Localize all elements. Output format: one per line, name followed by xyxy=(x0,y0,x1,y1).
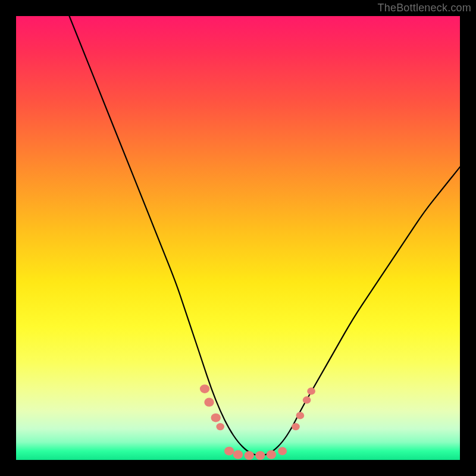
curve-marker xyxy=(204,398,214,407)
curve-marker xyxy=(233,450,243,459)
attribution-text: TheBottleneck.com xyxy=(378,2,471,14)
curve-marker xyxy=(245,451,254,460)
bottleneck-curve-path xyxy=(70,16,461,456)
marker-group xyxy=(200,384,315,460)
bottleneck-curve-svg xyxy=(16,16,460,460)
curve-marker xyxy=(267,450,276,459)
curve-marker xyxy=(292,423,300,430)
curve-marker xyxy=(211,414,221,422)
chart-frame: TheBottleneck.com xyxy=(0,0,476,476)
curve-marker xyxy=(255,451,265,460)
curve-marker xyxy=(296,412,305,419)
curve-marker xyxy=(216,423,224,430)
curve-marker xyxy=(278,447,287,455)
curve-marker xyxy=(200,384,209,393)
curve-marker xyxy=(303,396,311,403)
chart-plot-area xyxy=(16,16,460,460)
curve-marker xyxy=(307,387,315,394)
curve-marker xyxy=(224,447,234,456)
